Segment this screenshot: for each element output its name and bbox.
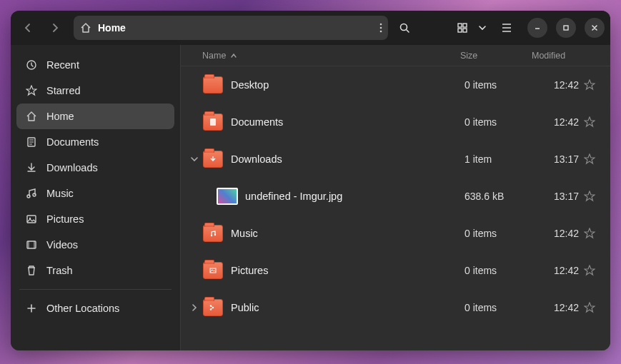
file-size: 0 items [464, 79, 536, 91]
star-toggle[interactable] [579, 265, 600, 276]
sidebar-item-label: Recent [46, 59, 79, 71]
location-label: Home [98, 22, 126, 34]
column-headers: Name Size Modified [181, 45, 610, 66]
svg-rect-6 [463, 24, 467, 27]
sidebar-item-label: Videos [46, 239, 78, 251]
star-toggle[interactable] [579, 116, 600, 128]
sidebar-item-label: Starred [46, 85, 81, 96]
file-modified: 13:17 [536, 153, 579, 165]
file-modified: 12:42 [536, 265, 579, 276]
file-size: 0 items [464, 265, 536, 276]
file-list: Desktop 0 items 12:42 Documents 0 items … [181, 66, 610, 350]
sidebar-item-label: Trash [46, 265, 73, 276]
star-toggle[interactable] [579, 153, 600, 165]
star-toggle[interactable] [579, 79, 600, 91]
back-button[interactable] [16, 16, 39, 39]
file-size: 1 item [464, 153, 536, 165]
pictures-icon [25, 213, 38, 226]
list-item[interactable]: Pictures 0 items 12:42 [181, 252, 610, 289]
star-icon [25, 84, 38, 97]
sort-asc-icon [230, 52, 237, 59]
svg-point-3 [401, 24, 407, 31]
svg-rect-26 [210, 118, 216, 126]
sidebar-item-downloads[interactable]: Downloads [16, 155, 174, 181]
list-item[interactable]: Documents 0 items 12:42 [181, 103, 610, 141]
svg-rect-7 [458, 29, 462, 32]
list-item[interactable]: Music 0 items 12:42 [181, 215, 610, 252]
hamburger-menu-button[interactable] [495, 16, 519, 40]
path-menu-icon[interactable] [379, 23, 382, 33]
trash-icon [25, 264, 38, 277]
sidebar-item-label: Pictures [46, 213, 84, 225]
home-icon [25, 110, 38, 123]
file-manager-window: Home [11, 11, 610, 350]
maximize-button[interactable] [556, 18, 576, 38]
svg-point-20 [33, 193, 36, 196]
svg-rect-5 [458, 24, 462, 27]
svg-point-19 [27, 195, 30, 198]
svg-point-28 [214, 234, 216, 236]
sidebar-item-pictures[interactable]: Pictures [16, 206, 174, 232]
star-toggle[interactable] [579, 228, 600, 239]
file-modified: 12:42 [536, 302, 579, 313]
column-modified[interactable]: Modified [532, 51, 596, 61]
svg-point-27 [211, 235, 212, 236]
sidebar-item-label: Home [46, 111, 74, 122]
folder-icon [202, 74, 224, 96]
file-modified: 12:42 [536, 116, 579, 128]
folder-icon [202, 148, 224, 170]
svg-rect-8 [463, 29, 467, 32]
svg-line-4 [407, 30, 409, 32]
forward-button[interactable] [44, 16, 66, 39]
file-modified: 13:17 [536, 191, 579, 202]
image-file-icon [217, 186, 238, 207]
close-button[interactable] [585, 18, 605, 38]
list-item[interactable]: Desktop 0 items 12:42 [181, 66, 610, 103]
svg-point-2 [380, 31, 382, 33]
sidebar-item-videos[interactable]: Videos [16, 232, 174, 258]
column-name[interactable]: Name [202, 51, 460, 61]
main-panel: Name Size Modified Desktop 0 items 12:42 [181, 45, 610, 350]
music-icon [25, 187, 38, 200]
sidebar-item-music[interactable]: Music [16, 181, 174, 206]
column-size[interactable]: Size [460, 51, 532, 61]
expand-toggle[interactable] [187, 156, 202, 163]
path-bar[interactable]: Home [74, 16, 388, 40]
file-modified: 12:42 [536, 79, 579, 91]
file-name: Music [231, 228, 464, 239]
file-size: 0 items [464, 116, 536, 128]
downloads-icon [25, 161, 38, 174]
view-dropdown-button[interactable] [475, 16, 490, 40]
list-item[interactable]: undefined - Imgur.jpg 638.6 kB 13:17 [181, 178, 610, 215]
file-size: 638.6 kB [464, 191, 536, 202]
expand-toggle[interactable] [187, 304, 202, 311]
file-name: Desktop [231, 79, 464, 91]
file-size: 0 items [464, 302, 536, 313]
folder-icon [202, 111, 224, 133]
sidebar-item-recent[interactable]: Recent [16, 52, 174, 78]
svg-rect-21 [27, 216, 36, 223]
sidebar-separator [19, 289, 172, 290]
list-item[interactable]: Public 0 items 12:42 [181, 289, 610, 326]
sidebar-item-label: Music [46, 188, 74, 199]
file-name: Downloads [231, 153, 464, 165]
search-button[interactable] [392, 16, 417, 40]
sidebar-item-label: Documents [46, 136, 99, 148]
minimize-button[interactable] [527, 18, 547, 38]
svg-rect-13 [564, 26, 568, 30]
list-item[interactable]: Downloads 1 item 13:17 [181, 141, 610, 178]
sidebar-item-label: Downloads [46, 162, 98, 173]
file-name: Documents [231, 116, 464, 128]
file-name: Public [231, 302, 464, 313]
folder-icon [202, 297, 224, 318]
sidebar-item-home[interactable]: Home [16, 103, 174, 129]
sidebar-item-trash[interactable]: Trash [16, 258, 174, 283]
sidebar-item-documents[interactable]: Documents [16, 129, 174, 155]
star-toggle[interactable] [579, 191, 600, 202]
view-grid-button[interactable] [450, 16, 475, 40]
star-toggle[interactable] [579, 302, 600, 313]
documents-icon [25, 136, 38, 148]
sidebar-item-other-locations[interactable]: Other Locations [16, 295, 174, 321]
sidebar-item-starred[interactable]: Starred [16, 78, 174, 103]
sidebar: Recent Starred Home Documents Downloads … [11, 45, 181, 350]
